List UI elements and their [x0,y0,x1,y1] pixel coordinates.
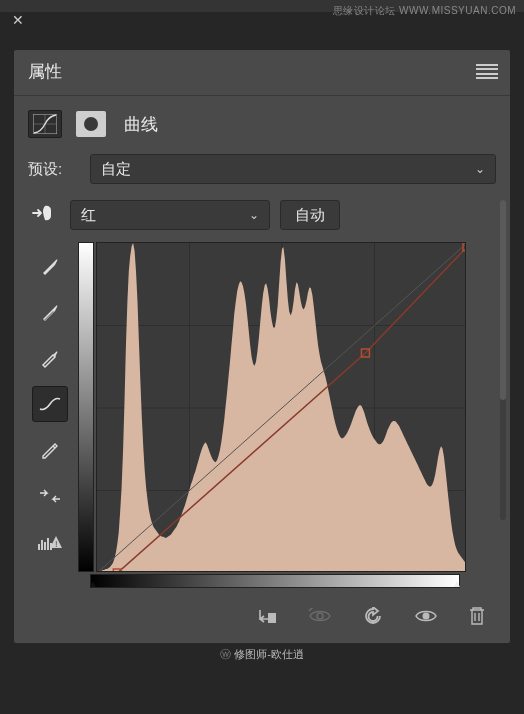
gray-point-eyedropper-icon[interactable] [32,294,68,330]
trash-icon[interactable] [468,606,486,631]
panel-title: 属性 [28,60,62,83]
scrollbar[interactable] [500,200,506,520]
black-point-eyedropper-icon[interactable] [32,248,68,284]
preset-select[interactable]: 自定 ⌄ [90,154,496,184]
svg-rect-19 [268,613,276,623]
watermark: 思缘设计论坛 WWW.MISSYUAN.COM [333,4,516,18]
black-slider[interactable]: ▲ [88,578,98,589]
panel-menu-icon[interactable] [476,64,498,80]
preset-label: 预设: [28,160,80,179]
clip-to-layer-icon[interactable] [256,607,278,630]
channel-select[interactable]: 红 ⌄ [70,200,270,230]
svg-rect-6 [47,538,49,550]
curves-adjustment-icon[interactable] [28,110,62,138]
targeted-adjust-icon[interactable] [28,203,60,228]
svg-rect-4 [41,540,43,550]
white-slider[interactable]: ▲ [452,578,462,589]
layer-mask-icon[interactable] [76,111,106,137]
histogram-warning-icon[interactable]: ! [32,524,68,560]
svg-rect-5 [44,542,46,550]
auto-button[interactable]: 自动 [280,200,340,230]
close-icon[interactable]: ✕ [12,12,24,28]
output-gradient [78,242,94,572]
view-previous-icon[interactable] [308,608,332,629]
preset-value: 自定 [101,160,131,179]
curve-tool-icon[interactable] [32,386,68,422]
svg-rect-3 [38,544,40,550]
pencil-tool-icon[interactable] [32,432,68,468]
svg-text:!: ! [55,539,58,549]
reset-icon[interactable] [362,607,384,630]
chevron-down-icon: ⌄ [249,208,259,222]
input-gradient: ▲ ▲ [90,574,460,588]
visibility-icon[interactable] [414,608,438,629]
curves-chart[interactable] [96,242,466,572]
channel-value: 红 [81,206,96,225]
white-point-eyedropper-icon[interactable] [32,340,68,376]
svg-point-21 [423,613,430,620]
adjustment-name: 曲线 [124,113,158,136]
credit-text: ⓦ 修图师-欧仕逍 [0,647,524,662]
chevron-down-icon: ⌄ [475,162,485,176]
smooth-tool-icon[interactable] [32,478,68,514]
svg-point-20 [317,613,323,619]
properties-panel: 属性 曲线 预设: 自定 ⌄ [14,50,510,643]
